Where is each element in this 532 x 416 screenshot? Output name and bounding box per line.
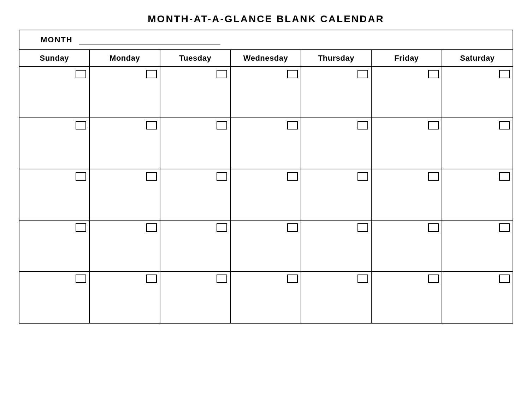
day-header-sunday: Sunday [19, 50, 90, 66]
cell-4-2[interactable] [90, 221, 160, 272]
day-header-saturday: Saturday [442, 50, 513, 66]
date-box [357, 121, 368, 129]
cell-4-7[interactable] [442, 221, 513, 272]
cell-5-5[interactable] [301, 272, 372, 323]
date-box [499, 275, 510, 283]
day-header-friday: Friday [372, 50, 442, 66]
cell-3-7[interactable] [442, 169, 513, 221]
date-box [357, 70, 368, 78]
date-box [428, 121, 439, 129]
date-box [287, 70, 298, 78]
day-header-wednesday: Wednesday [231, 50, 301, 66]
date-box [146, 172, 157, 181]
date-box [217, 172, 227, 181]
date-box [146, 275, 157, 283]
day-header-monday: Monday [90, 50, 160, 66]
cell-1-4[interactable] [231, 67, 301, 118]
date-box [287, 121, 298, 129]
cell-5-3[interactable] [160, 272, 231, 323]
date-box [217, 70, 227, 78]
cell-1-5[interactable] [301, 67, 372, 118]
date-box [357, 275, 368, 283]
date-box [428, 70, 439, 78]
date-box [287, 275, 298, 283]
cell-4-1[interactable] [19, 221, 90, 272]
cell-5-1[interactable] [19, 272, 90, 323]
date-box [76, 172, 86, 181]
date-box [357, 172, 368, 181]
date-box [76, 70, 86, 78]
cell-4-6[interactable] [372, 221, 442, 272]
cell-3-1[interactable] [19, 169, 90, 221]
cell-1-3[interactable] [160, 67, 231, 118]
cell-3-3[interactable] [160, 169, 231, 221]
cell-1-2[interactable] [90, 67, 160, 118]
day-header-thursday: Thursday [301, 50, 372, 66]
cell-1-7[interactable] [442, 67, 513, 118]
cell-3-2[interactable] [90, 169, 160, 221]
date-box [428, 172, 439, 181]
date-box [146, 121, 157, 129]
date-box [217, 223, 227, 232]
week-row-5 [19, 272, 513, 323]
cell-4-3[interactable] [160, 221, 231, 272]
cell-2-1[interactable] [19, 118, 90, 169]
cell-4-5[interactable] [301, 221, 372, 272]
date-box [287, 223, 298, 232]
month-header: MONTH [19, 30, 513, 50]
cell-2-2[interactable] [90, 118, 160, 169]
page-title: MONTH-AT-A-GLANCE BLANK CALENDAR [19, 7, 513, 30]
calendar-container: MONTH Sunday Monday Tuesday Wednesday Th… [19, 30, 513, 324]
calendar-page: MONTH-AT-A-GLANCE BLANK CALENDAR MONTH S… [19, 7, 513, 324]
cell-3-4[interactable] [231, 169, 301, 221]
month-line[interactable] [79, 44, 220, 44]
date-box [499, 121, 510, 129]
date-box [146, 223, 157, 232]
cell-2-6[interactable] [372, 118, 442, 169]
cell-4-4[interactable] [231, 221, 301, 272]
days-header: Sunday Monday Tuesday Wednesday Thursday… [19, 50, 513, 67]
cell-5-2[interactable] [90, 272, 160, 323]
cell-2-7[interactable] [442, 118, 513, 169]
date-box [76, 223, 86, 232]
cell-3-5[interactable] [301, 169, 372, 221]
date-box [357, 223, 368, 232]
week-row-2 [19, 118, 513, 169]
month-label: MONTH [41, 35, 73, 44]
cell-5-7[interactable] [442, 272, 513, 323]
date-box [428, 275, 439, 283]
cell-2-4[interactable] [231, 118, 301, 169]
week-row-3 [19, 169, 513, 221]
date-box [287, 172, 298, 181]
date-box [499, 172, 510, 181]
calendar-body [19, 67, 513, 323]
date-box [76, 275, 86, 283]
week-row-4 [19, 221, 513, 272]
date-box [499, 223, 510, 232]
day-header-tuesday: Tuesday [160, 50, 231, 66]
cell-1-6[interactable] [372, 67, 442, 118]
date-box [217, 275, 227, 283]
cell-2-3[interactable] [160, 118, 231, 169]
date-box [428, 223, 439, 232]
cell-5-4[interactable] [231, 272, 301, 323]
date-box [146, 70, 157, 78]
date-box [499, 70, 510, 78]
cell-5-6[interactable] [372, 272, 442, 323]
cell-2-5[interactable] [301, 118, 372, 169]
cell-3-6[interactable] [372, 169, 442, 221]
date-box [76, 121, 86, 129]
week-row-1 [19, 67, 513, 118]
cell-1-1[interactable] [19, 67, 90, 118]
date-box [217, 121, 227, 129]
